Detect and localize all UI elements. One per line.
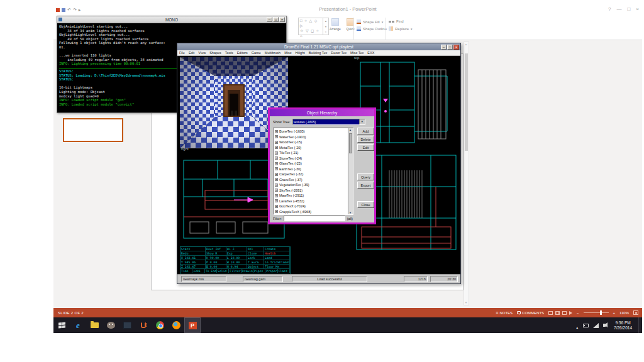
expand-icon[interactable] (275, 151, 278, 155)
hud-cell[interactable]: Pipes (253, 269, 265, 273)
expand-icon[interactable] (275, 130, 278, 133)
minimize-icon[interactable] (441, 45, 447, 50)
taskbar-item-gimp[interactable] (103, 317, 119, 333)
hud-cell[interactable]: To End (205, 269, 217, 273)
expand-icon[interactable] (275, 199, 278, 202)
slideshow-icon[interactable] (569, 311, 572, 315)
hud-cell[interactable]: Y 945.06 (180, 260, 206, 265)
tray-expand-icon[interactable] (575, 320, 579, 331)
powerpoint-logo-icon[interactable] (56, 8, 60, 12)
tree-item[interactable]: MawTex (-2911) (275, 193, 353, 199)
slide-sorter-icon[interactable] (555, 311, 560, 315)
menu-item[interactable]: File (177, 50, 187, 56)
taskbar-item-app[interactable] (119, 317, 135, 333)
taskbar-item-firefox[interactable] (168, 317, 184, 333)
zoom-slider[interactable] (584, 312, 609, 313)
menu-item[interactable]: Building Tex (307, 50, 330, 56)
start-slideshow-icon[interactable] (79, 8, 81, 12)
taskbar-item-java[interactable] (135, 317, 152, 333)
tree-item[interactable]: StoneTex (-24) (275, 156, 353, 162)
zoom-in-icon[interactable] (613, 311, 616, 315)
hud-cell[interactable]: Floor Me (264, 265, 290, 269)
clock[interactable]: 9:36 PM 7/26/2014 (612, 321, 634, 331)
hud-cell[interactable]: Properties (265, 269, 277, 273)
expand-icon[interactable] (275, 135, 278, 138)
taskbar-item-chrome[interactable] (152, 317, 168, 333)
dialog-button[interactable]: Add (357, 128, 374, 134)
hierarchy-listbox[interactable]: BoneTex (-1605) WaterTex (-1903) WoodTex… (273, 128, 353, 215)
hud-cell[interactable]: Redo (180, 251, 206, 256)
hud-cell[interactable]: le TrickFlameSmoke (966 (264, 260, 290, 265)
shape-fill-button[interactable]: Shape Fill (357, 19, 383, 24)
menu-item[interactable]: Decor Tex (329, 50, 348, 56)
shapes-gallery[interactable] (298, 18, 323, 35)
expand-icon[interactable] (275, 167, 278, 170)
tree-item[interactable]: CarpetTex (-32) (275, 172, 353, 177)
shape-icons-row[interactable] (300, 28, 323, 38)
menu-item[interactable]: Hilight (293, 50, 306, 56)
mono-title-bar[interactable]: MONO (57, 16, 286, 23)
maximize-icon[interactable] (273, 17, 279, 22)
tree-item[interactable]: GlassTex (-25) (275, 161, 353, 167)
normal-view-icon[interactable] (548, 311, 553, 315)
expand-icon[interactable] (275, 178, 278, 181)
menu-item[interactable]: EAX (365, 50, 376, 56)
taskbar-item-internet-explorer[interactable] (70, 317, 86, 333)
expand-icon[interactable] (275, 156, 278, 160)
menu-item[interactable]: Misc Tex (348, 50, 365, 56)
dromed-title-bar[interactable]: DromEd Final 1.21 MSVC opt playtest (177, 43, 460, 50)
network-icon[interactable] (593, 323, 599, 328)
scroll-up-icon[interactable] (325, 19, 327, 23)
tree-item[interactable]: GrappleTexX (-6968) (275, 209, 353, 215)
vertical-scrollbar[interactable] (464, 41, 469, 305)
expand-icon[interactable] (275, 184, 278, 187)
maximize-icon[interactable] (447, 45, 453, 50)
hud-cell[interactable]: Object (247, 265, 264, 269)
hud-cell[interactable]: L 10.00 (226, 256, 247, 260)
hud-cell[interactable]: P 0.00 (206, 260, 226, 265)
tree-item[interactable]: TileTex (-21) (275, 150, 353, 156)
scrollbar-thumb[interactable] (465, 53, 468, 151)
close-icon[interactable] (453, 45, 459, 50)
menu-item[interactable]: Shapes (208, 50, 223, 56)
menu-item[interactable]: Multibrush (263, 50, 282, 56)
expand-icon[interactable] (275, 162, 278, 165)
expand-icon[interactable] (275, 210, 278, 213)
menu-item[interactable]: Editors (235, 50, 250, 56)
filter-input[interactable] (284, 216, 345, 221)
start-button[interactable] (53, 317, 70, 333)
expand-icon[interactable] (275, 205, 278, 208)
keyboard-icon[interactable] (583, 324, 589, 327)
volume-icon[interactable] (603, 324, 606, 327)
undo-icon[interactable] (67, 8, 71, 12)
hud-cell[interactable]: X 102.41 (180, 256, 206, 260)
hud-cell[interactable]: Create (264, 247, 290, 251)
hud-cell[interactable]: Filter (229, 269, 241, 273)
tree-item[interactable]: MetalTex (-20) (275, 145, 353, 151)
hud-cell[interactable]: f_aura (247, 260, 264, 265)
slide-thumbnail-selected[interactable] (63, 118, 123, 142)
hud-cell[interactable]: Stats (180, 247, 206, 251)
taskbar-item-file-explorer[interactable] (86, 317, 103, 333)
dialog-button[interactable]: Delete (357, 136, 374, 143)
hud-cell[interactable]: Land (264, 256, 290, 260)
expand-icon[interactable] (275, 141, 278, 144)
hud-cell[interactable]: Lock (247, 256, 264, 260)
hud-cell[interactable]: Z 102.47 (180, 265, 206, 269)
close-icon[interactable] (636, 6, 639, 13)
scroll-down-icon[interactable] (325, 25, 327, 28)
save-icon[interactable] (62, 8, 65, 12)
expand-icon[interactable] (275, 194, 278, 197)
hud-cell[interactable]: H 0.94 (226, 265, 247, 269)
close-icon[interactable] (279, 17, 285, 22)
fit-slide-icon[interactable] (633, 310, 638, 315)
zoom-level[interactable]: 110% (619, 311, 629, 315)
zoom-slider-thumb[interactable] (600, 310, 602, 315)
hud-cell[interactable]: Clone (247, 251, 264, 256)
taskbar-item-powerpoint-active[interactable] (184, 317, 201, 333)
menu-item[interactable]: View (196, 50, 208, 56)
scrollbar-thumb[interactable] (349, 133, 352, 153)
hud-cell[interactable]: Rout Inf (206, 247, 226, 251)
zoom-out-icon[interactable] (577, 311, 579, 315)
menu-item[interactable]: Game (250, 50, 263, 56)
